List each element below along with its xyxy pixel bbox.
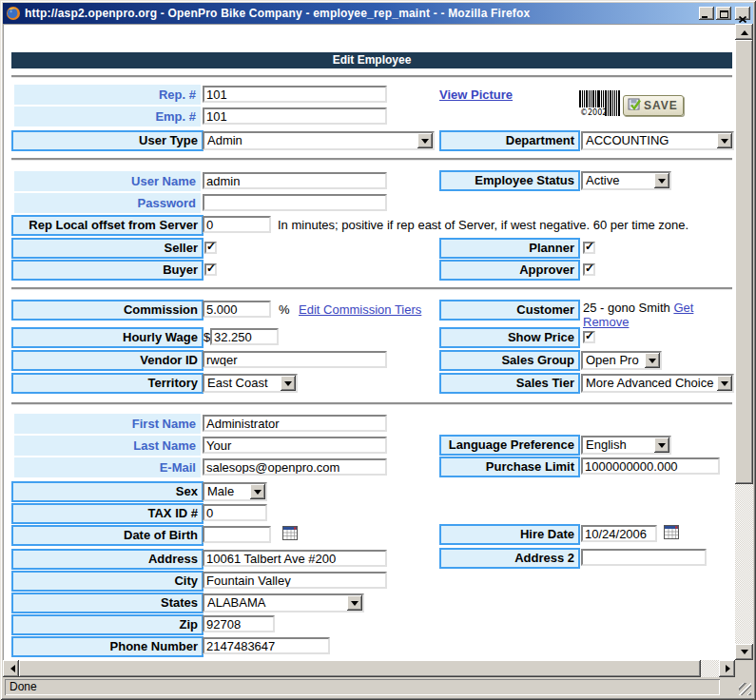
last-name-input[interactable] [203,437,387,454]
user-name-input[interactable] [203,172,387,189]
minimize-icon [702,16,708,18]
divider [11,287,732,290]
maximize-icon [720,10,728,18]
emp-number-input[interactable] [203,107,387,125]
form-area: Edit Employee Rep. # View Picture [3,24,735,660]
rep-offset-note: In minutes; positive if rep east of Serv… [278,218,688,232]
email-input[interactable] [203,458,387,476]
first-name-input[interactable] [203,415,387,432]
customer-get-link[interactable]: Get [673,301,693,315]
sales-group-value: Open Pro [586,353,644,368]
save-button[interactable]: SAVE [623,95,684,116]
password-input[interactable] [203,194,387,211]
employee-status-label: Employee Status [439,170,580,191]
check-icon: ✓ [585,240,594,253]
horizontal-scrollbar[interactable] [3,660,735,677]
states-label: States [11,593,204,613]
resize-grip[interactable] [739,683,751,695]
dropdown-arrow-icon [717,376,732,391]
edit-commission-tiers-link[interactable]: Edit Commission Tiers [299,302,421,317]
date-of-birth-input[interactable] [203,526,271,543]
tax-id-input[interactable] [203,504,267,521]
language-preference-label: Language Preference [439,435,580,456]
city-input[interactable] [203,572,387,589]
address2-input[interactable] [581,549,707,566]
status-panel: Done [5,679,720,695]
dropdown-arrow-icon [654,438,669,453]
close-button[interactable] [735,7,750,20]
scroll-right-button[interactable] [719,660,735,677]
barcode-text: ©2002 [580,108,607,117]
dropdown-arrow-icon [654,173,669,188]
arrow-up-icon [741,27,748,35]
employee-status-select[interactable]: Active [581,171,671,190]
approver-checkbox[interactable]: ✓ [583,263,595,276]
seller-checkbox[interactable]: ✓ [204,242,217,254]
divider [11,158,732,161]
dropdown-arrow-icon [645,353,660,368]
dropdown-arrow-icon [417,133,433,148]
vertical-scroll-thumb[interactable] [735,40,753,484]
rep-number-input[interactable] [203,86,387,103]
seller-label: Seller [11,238,204,259]
scroll-up-button[interactable] [735,24,753,40]
sales-tier-select[interactable]: More Advanced Choice [581,374,734,393]
rep-number-label: Rep. # [14,85,201,105]
commission-percent-sign: % [279,302,290,317]
purchase-limit-input[interactable] [581,457,720,475]
arrow-right-icon [726,665,734,672]
date-of-birth-calendar-icon[interactable] [281,526,298,541]
states-select[interactable]: ALABAMA [203,593,364,612]
barcode-image: ©2002 [579,90,621,120]
tax-id-label: TAX ID # [11,503,204,524]
sales-group-select[interactable]: Open Pro [581,351,662,370]
rep-offset-input[interactable] [203,216,271,233]
browser-client-area: Edit Employee Rep. # View Picture [3,24,753,697]
buyer-checkbox[interactable]: ✓ [204,263,217,276]
user-type-select[interactable]: Admin [203,131,435,150]
firefox-icon [6,6,21,21]
view-picture-link[interactable]: View Picture [439,88,513,102]
scroll-left-button[interactable] [3,660,19,677]
address2-label: Address 2 [439,548,580,569]
password-label: Password [14,193,201,213]
hourly-wage-input[interactable] [210,328,279,345]
check-icon: ✓ [206,262,216,275]
purchase-limit-label: Purchase Limit [439,457,580,477]
phone-number-input[interactable] [203,637,330,654]
check-icon: ✓ [585,329,594,342]
commission-label: Commission [11,300,204,321]
dropdown-arrow-icon [717,133,732,148]
scroll-down-button[interactable] [735,644,753,660]
minimize-button[interactable] [699,7,714,20]
show-price-checkbox[interactable]: ✓ [583,331,595,343]
department-select[interactable]: ACCOUNTING [581,131,734,150]
territory-select[interactable]: East Coast [203,374,298,393]
sex-select[interactable]: Male [203,482,267,501]
browser-window: http://asp2.openpro.org - OpenPro Bike C… [0,0,756,700]
save-disk-icon [628,98,641,114]
buyer-label: Buyer [11,260,204,281]
user-type-value: Admin [207,133,417,148]
title-bar[interactable]: http://asp2.openpro.org - OpenPro Bike C… [3,3,753,24]
address-input[interactable] [203,550,387,567]
dropdown-arrow-icon [250,484,265,499]
commission-input[interactable] [203,301,271,318]
language-preference-select[interactable]: English [581,436,671,455]
horizontal-scroll-thumb[interactable] [19,660,701,677]
zip-input[interactable] [203,615,275,632]
planner-checkbox[interactable]: ✓ [583,242,595,254]
show-price-label: Show Price [439,327,580,348]
customer-remove-link[interactable]: Remove [583,315,629,329]
scrollbar-corner [735,660,753,677]
maximize-button[interactable] [716,7,731,20]
vertical-scrollbar[interactable] [735,24,753,660]
arrow-left-icon [7,665,15,672]
hire-date-input[interactable] [581,525,657,542]
hire-date-calendar-icon[interactable] [663,525,679,540]
hire-date-label: Hire Date [439,524,580,545]
approver-label: Approver [439,260,580,281]
vendor-id-input[interactable] [203,351,387,368]
address-label: Address [11,549,204,570]
user-name-label: User Name [14,171,201,191]
